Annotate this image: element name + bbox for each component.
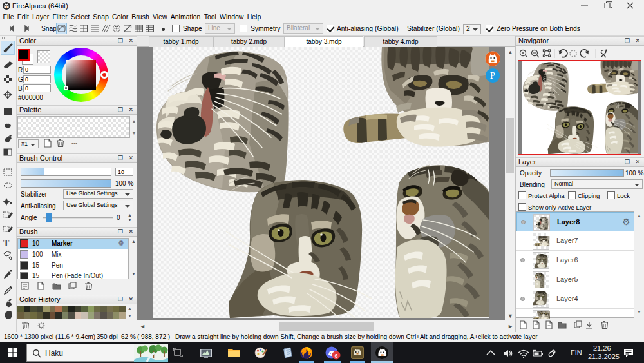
svg-text:---: --- bbox=[71, 140, 77, 146]
svg-text:P: P bbox=[490, 70, 495, 81]
svg-text:T: T bbox=[3, 239, 10, 248]
svg-text:6: 6 bbox=[334, 353, 337, 359]
